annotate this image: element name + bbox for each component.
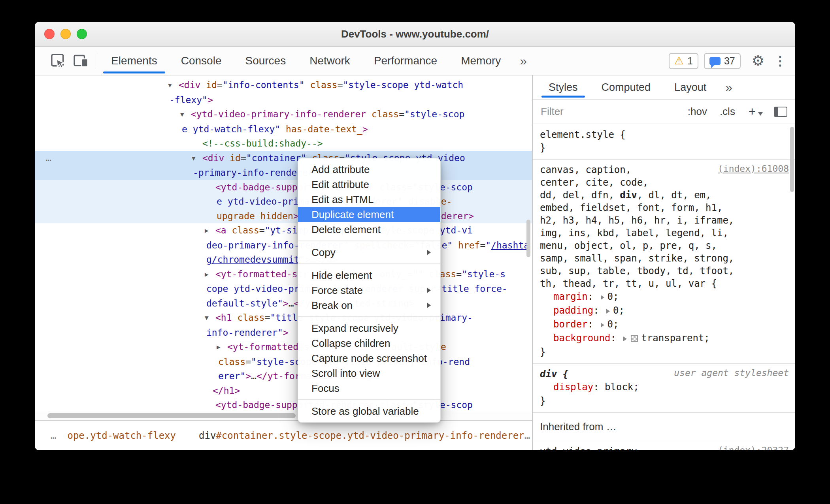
menu-item-force-state[interactable]: Force state [298,283,440,298]
sidebar-dock-icon[interactable] [774,107,787,117]
dom-tree-line[interactable]: cope ytd-video-primary-info-renderer sup… [35,282,532,296]
menu-item-break-on[interactable]: Break on [298,298,440,313]
hov-toggle[interactable]: :hov [688,105,707,118]
inspect-icon[interactable] [47,49,70,72]
breadcrumb-item[interactable]: ope.ytd-watch-flexy [67,430,176,441]
settings-gear-icon[interactable]: ⚙ [752,54,764,68]
expand-arrow-icon[interactable]: ▼ [168,78,179,93]
css-declaration[interactable]: display: block; [540,380,789,394]
rule-selector-line: samp, small, span, strike, strong, [540,252,789,265]
tab-console[interactable]: Console [169,47,234,75]
node-overflow-menu-dots[interactable]: … [46,151,52,165]
dom-tree-line[interactable]: e ytd-watch-flexy" has-date-text_> [35,122,532,137]
kebab-menu-icon[interactable]: ⋮ [774,55,787,67]
sidebar-tab-styles[interactable]: Styles [537,75,590,99]
expand-arrow-icon[interactable]: ▼ [180,107,191,122]
css-declaration[interactable]: padding: 0; [540,304,789,318]
device-toolbar-icon[interactable] [70,49,92,72]
sidebar-more-tabs-icon[interactable]: » [718,80,739,95]
cls-toggle[interactable]: .cls [720,105,735,118]
dom-tree-line[interactable]: </h1> [35,384,532,398]
menu-item-collapse-children[interactable]: Collapse children [298,336,440,351]
css-declaration[interactable]: border: 0; [540,318,789,331]
close-button[interactable] [44,29,55,39]
dom-tree-line[interactable]: ▶<yt-formatted-string has-link-only_="" … [35,267,532,282]
code-val: -flexy" [169,95,208,105]
breadcrumb-overflow-right[interactable]: … [524,430,530,441]
menu-item-duplicate-element[interactable]: Duplicate element [298,207,440,222]
expand-arrow-icon[interactable]: ▶ [205,224,215,238]
menu-item-add-attribute[interactable]: Add attribute [298,162,440,177]
dom-tree-line[interactable]: upgrade hidden>…</ytd-badge-supported-re… [35,209,532,224]
dom-tree-line[interactable]: <ytd-badge-supported-renderer class="sty… [35,180,532,195]
tab-sources[interactable]: Sources [233,47,298,75]
dom-tree-line[interactable]: deo-primary-info-renderer" spellcheck="f… [35,238,532,253]
menu-item-copy[interactable]: Copy [298,245,440,260]
horizontal-scrollbar-thumb[interactable] [47,413,296,418]
dom-tree-line[interactable]: -flexy"> [35,93,532,107]
horizontal-scrollbar[interactable] [35,411,532,420]
menu-item-edit-as-html[interactable]: Edit as HTML [298,192,440,207]
elements-scrollbar-thumb[interactable] [526,220,530,257]
shorthand-expander-icon[interactable] [601,323,604,327]
menu-item-focus[interactable]: Focus [298,381,440,396]
tab-network[interactable]: Network [298,47,362,75]
dom-tree-line[interactable]: -primary-info-renderer"> [35,165,532,180]
new-style-rule-button[interactable]: + [749,105,756,119]
css-declaration[interactable]: background: transparent; [540,331,789,345]
minimize-button[interactable] [60,29,71,39]
dom-tree-line[interactable]: <ytd-badge-supported-renderer class="sty… [35,398,532,411]
dom-tree-line[interactable]: info-renderer"> [35,325,532,340]
breadcrumb-overflow-left[interactable]: … [51,430,56,441]
menu-separator [298,241,440,241]
dom-tree-line[interactable]: ▶<a class="yt-simple-endpoint style-scop… [35,223,532,238]
shorthand-expander-icon[interactable] [606,309,610,314]
code-attr: class [237,312,264,323]
stylesheet-source-link[interactable]: (index):20327 [718,445,789,450]
dom-tree-line[interactable]: ▼<h1 class="title style-scope ytd-video-… [35,310,532,325]
tab-performance[interactable]: Performance [362,47,449,75]
breadcrumb-item[interactable]: div#container.style-scope.ytd-video-prim… [199,430,524,441]
code-link[interactable]: /hashta [491,240,529,250]
dom-tree-line[interactable]: e ytd-video-primary-info-renderer" disab… [35,194,532,209]
menu-item-store-as-global-variable[interactable]: Store as global variable [298,404,440,419]
code-tag: </h1> [213,386,240,396]
stylesheet-source-link[interactable]: (index):61008 [718,164,789,174]
dom-tree-line[interactable]: default-style">…</yt-formatted-string> [35,296,532,311]
dom-tree-line[interactable]: erer">…</yt-formatted-string> [35,369,532,384]
expand-arrow-icon[interactable]: ▶ [217,340,227,355]
color-swatch[interactable] [631,335,638,342]
code-link[interactable]: g/chromedevsummit [206,254,299,265]
dom-tree-line[interactable]: ▼<div id="info-contents" class="style-sc… [35,78,532,93]
expand-arrow-icon[interactable]: ▼ [205,311,215,325]
fullscreen-button[interactable] [77,29,87,39]
expand-arrow-icon[interactable]: ▼ [192,151,202,166]
shorthand-expander-icon[interactable] [601,295,604,300]
dom-tree-line[interactable]: ▶<yt-formatted-string force-default-styl… [35,340,532,355]
more-tabs-icon[interactable]: » [513,54,534,68]
dom-tree-line[interactable]: g/chromedevsummit">…</a> [35,252,532,267]
menu-item-expand-recursively[interactable]: Expand recursively [298,321,440,336]
expand-arrow-icon[interactable]: ▶ [205,267,215,282]
dom-tree-line[interactable]: class="style-scope ytd-video-primary-inf… [35,355,532,369]
code-tag: <ytd-video-primary-info-renderer [191,109,366,119]
sidebar-tab-computed[interactable]: Computed [590,75,663,99]
menu-item-hide-element[interactable]: Hide element [298,268,440,283]
css-declaration[interactable]: margin: 0; [540,290,789,304]
menu-item-scroll-into-view[interactable]: Scroll into view [298,366,440,381]
code-attr: upgrade [217,211,255,221]
menu-item-edit-attribute[interactable]: Edit attribute [298,177,440,192]
filter-input[interactable] [540,105,675,118]
console-warnings-badge[interactable]: ⚠ 1 [669,53,698,69]
styles-scrollbar-thumb[interactable] [790,127,794,192]
shorthand-expander-icon[interactable] [623,337,627,341]
tab-elements[interactable]: Elements [99,47,169,75]
sidebar-tab-layout[interactable]: Layout [662,75,718,99]
dom-tree-line[interactable]: …▼<div id="container" class="style-scope… [35,151,532,166]
dom-tree-line[interactable]: <!--css-build:shady--> [35,136,532,151]
tab-memory[interactable]: Memory [449,47,513,75]
menu-item-capture-node-screenshot[interactable]: Capture node screenshot [298,351,440,366]
menu-item-delete-element[interactable]: Delete element [298,222,440,237]
dom-tree-line[interactable]: ▼<ytd-video-primary-info-renderer class=… [35,107,532,122]
console-messages-badge[interactable]: 37 [704,53,741,69]
